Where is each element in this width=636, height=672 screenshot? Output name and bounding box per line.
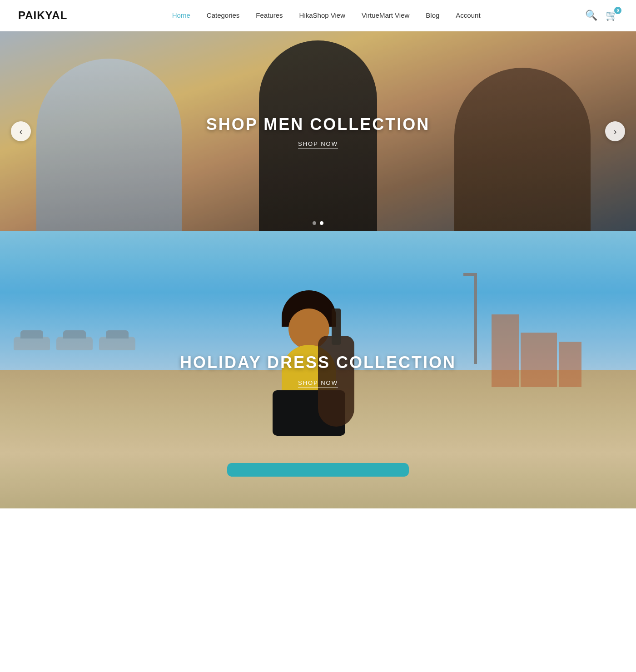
hero-content: SHOP MEN COLLECTION SHOP NOW [206,115,430,148]
holiday-title: HOLIDAY DRESS COLLECTION [180,353,456,372]
nav-item-virtuemart[interactable]: VirtueMart View [362,11,409,20]
nav-link-blog[interactable]: Blog [426,11,439,19]
hero-title: SHOP MEN COLLECTION [206,115,430,134]
hero-shop-now[interactable]: SHOP NOW [298,140,338,149]
search-button[interactable]: 🔍 [585,10,597,21]
navbar: PAIKYAL Home Categories Features HikaSho… [0,0,636,31]
slider-dot-1[interactable] [313,221,316,225]
nav-item-home[interactable]: Home [172,11,190,20]
nav-item-features[interactable]: Features [256,11,283,20]
cart-badge: 0 [614,7,621,14]
holiday-content: HOLIDAY DRESS COLLECTION SHOP NOW [180,353,456,387]
nav-item-blog[interactable]: Blog [426,11,439,20]
nav-link-categories[interactable]: Categories [207,11,240,19]
cart-button[interactable]: 🛒 0 [606,10,618,21]
nav-item-account[interactable]: Account [456,11,480,20]
search-icon: 🔍 [585,10,597,21]
navbar-icons: 🔍 🛒 0 [585,10,618,21]
nav-link-virtuemart[interactable]: VirtueMart View [362,11,409,19]
hero-slider: SHOP MEN COLLECTION SHOP NOW ‹ › [0,31,636,231]
hero-slide: SHOP MEN COLLECTION SHOP NOW [0,31,636,231]
slider-dots [313,221,323,225]
nav-link-features[interactable]: Features [256,11,283,19]
slider-next-button[interactable]: › [605,121,625,141]
nav-link-account[interactable]: Account [456,11,480,19]
holiday-shop-now[interactable]: SHOP NOW [298,379,338,388]
brand-logo[interactable]: PAIKYAL [18,9,67,22]
nav-link-home[interactable]: Home [172,11,190,19]
holiday-section: HOLIDAY DRESS COLLECTION SHOP NOW [0,231,636,508]
nav-link-hikashop[interactable]: HikaShop View [299,11,345,19]
chevron-right-icon: › [614,126,617,137]
nav-links: Home Categories Features HikaShop View V… [172,11,481,20]
nav-item-hikashop[interactable]: HikaShop View [299,11,345,20]
slider-dot-2[interactable] [320,221,323,225]
chevron-left-icon: ‹ [20,126,23,137]
slider-prev-button[interactable]: ‹ [11,121,31,141]
nav-item-categories[interactable]: Categories [207,11,240,20]
